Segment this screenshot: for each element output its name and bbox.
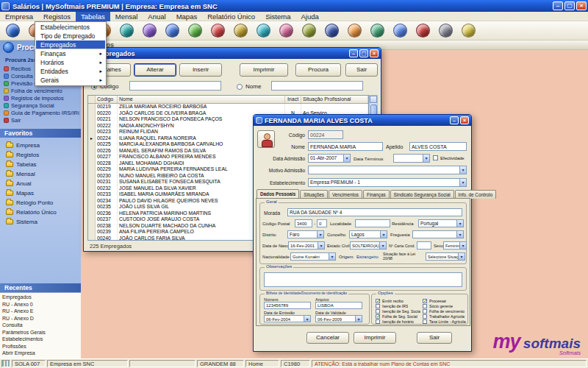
- minimize-button[interactable]: [349, 49, 358, 57]
- nome-filter-input[interactable]: [271, 81, 363, 91]
- imprimir-button[interactable]: Imprimir: [354, 332, 396, 344]
- menu-item[interactable]: Mensal: [110, 12, 143, 21]
- option-checkbox[interactable]: [376, 319, 380, 324]
- data-validade-select[interactable]: 06-Fev-2009: [315, 315, 362, 322]
- table-row[interactable]: 00219 ZELIA MARIANA ROCEIRO BARBOSA: [88, 104, 368, 110]
- menu-item[interactable]: Relatório Único: [202, 12, 260, 21]
- menu-item[interactable]: Empresa: [0, 12, 38, 21]
- close-button[interactable]: [370, 49, 379, 57]
- sair-button[interactable]: Sair: [345, 63, 378, 77]
- option-row[interactable]: Isenção de horário: [376, 319, 421, 324]
- dropdown-menu-item[interactable]: Gerais: [36, 76, 105, 85]
- sistema-icon[interactable]: [439, 24, 453, 38]
- irs-icon[interactable]: [279, 24, 293, 38]
- favoritos-item[interactable]: Empresa: [6, 141, 79, 150]
- seguranca-social-icon[interactable]: [257, 24, 270, 38]
- concelho-select[interactable]: Lagos: [349, 230, 387, 238]
- option-row[interactable]: Folha de vencimento: [423, 308, 467, 314]
- option-checkbox[interactable]: [376, 304, 380, 308]
- sexo-select[interactable]: Feminino: [443, 241, 467, 250]
- procura-button[interactable]: Procura: [295, 63, 341, 77]
- nacionalidade-select[interactable]: Guine Konakri: [290, 252, 336, 261]
- maximize-button[interactable]: [564, 1, 575, 10]
- nome-input[interactable]: [308, 142, 383, 151]
- favoritos-header[interactable]: Favoritos: [0, 129, 81, 138]
- data-nasc-select[interactable]: 16-Fev-2001: [288, 241, 325, 250]
- data-emissao-select[interactable]: 06-Fev-2004: [264, 315, 311, 322]
- ajuda-icon[interactable]: [393, 24, 407, 38]
- sidebar-item[interactable]: Guia de Pagamento IRS/IRC: [4, 109, 79, 116]
- scroll-up-icon[interactable]: [370, 96, 377, 103]
- option-row[interactable]: Isenção de Seg. Social: [376, 308, 421, 314]
- option-checkbox[interactable]: [423, 314, 427, 319]
- consulta-icon[interactable]: [188, 24, 202, 38]
- dropdown-menu-item[interactable]: Empregados: [36, 40, 105, 49]
- residencia-select[interactable]: Portugal: [418, 219, 464, 227]
- dropdown-menu-item[interactable]: Estabelecimentos: [36, 23, 105, 32]
- recentes-item[interactable]: Empregados: [2, 294, 79, 301]
- cancelar-button[interactable]: Cancelar: [306, 332, 349, 344]
- menu-item[interactable]: Mapas: [171, 12, 203, 21]
- nome-radio[interactable]: [237, 84, 243, 90]
- numero-input[interactable]: [264, 302, 311, 309]
- grid-icon[interactable]: [1, 360, 10, 367]
- recentes-header[interactable]: Recentes: [0, 283, 81, 292]
- motivo-admissao-select[interactable]: [308, 166, 467, 174]
- minimize-button[interactable]: [553, 1, 563, 10]
- dropdown-menu-item[interactable]: Entidades: [36, 67, 105, 76]
- recentes-item[interactable]: RU - Anexo E: [2, 308, 79, 315]
- menu-item[interactable]: Sistema: [260, 12, 295, 21]
- favoritos-item[interactable]: Mensal: [6, 169, 79, 179]
- close-button[interactable]: [576, 1, 587, 10]
- option-checkbox[interactable]: [423, 299, 427, 303]
- favoritos-item[interactable]: Sistema: [6, 217, 79, 227]
- recentes-item[interactable]: Abrir Empresa: [2, 350, 79, 357]
- freguesia-select[interactable]: [412, 230, 464, 238]
- recentes-item[interactable]: Consulta: [2, 322, 79, 329]
- minimize-button[interactable]: [450, 116, 459, 124]
- recentes-item[interactable]: RU - Anexo D: [2, 316, 79, 322]
- imprimir-button[interactable]: Imprimir: [240, 63, 288, 77]
- impostos-icon[interactable]: [302, 24, 316, 38]
- codigo-postal-input-1[interactable]: [295, 219, 312, 227]
- favoritos-item[interactable]: Relógio Ponto: [6, 198, 79, 208]
- morada-input[interactable]: [287, 208, 462, 216]
- option-checkbox[interactable]: [376, 299, 380, 303]
- sair-button[interactable]: Sair: [417, 332, 452, 344]
- main-titlebar[interactable]: Salários | MySoftmais PREMIUM | Empresa:…: [0, 0, 588, 12]
- maximize-button[interactable]: [359, 49, 368, 57]
- favoritos-item[interactable]: Relatório Único: [6, 208, 79, 217]
- vencimentos-icon[interactable]: [234, 24, 248, 38]
- inserir-button[interactable]: Inserir: [179, 63, 222, 77]
- option-row[interactable]: Processar: [423, 298, 467, 303]
- arquivo-input[interactable]: [315, 302, 362, 309]
- nome-column-header[interactable]: Nome: [118, 96, 285, 103]
- favoritos-item[interactable]: Tabelas: [6, 160, 79, 169]
- codigo-postal-input-2[interactable]: [317, 219, 327, 227]
- option-checkbox[interactable]: [423, 319, 427, 324]
- favoritos-item[interactable]: Registos: [6, 150, 79, 160]
- situacao-column-header[interactable]: Situação Profissional: [301, 96, 368, 103]
- observacoes-textarea[interactable]: [264, 272, 462, 287]
- estado-civil-select[interactable]: SOLTEIRO(A): [350, 241, 387, 250]
- data-admissao-select[interactable]: 01-Abr-2007: [308, 154, 351, 163]
- mapas-icon[interactable]: [143, 24, 157, 38]
- efectividade-option[interactable]: Efectividade: [433, 155, 465, 160]
- option-row[interactable]: Trabalhador Agrícola: [423, 314, 467, 319]
- option-row[interactable]: Isenção de IRS: [376, 303, 421, 308]
- data-terminus-select[interactable]: [393, 154, 430, 163]
- option-row[interactable]: Emitir recibo: [376, 298, 421, 303]
- favoritos-item[interactable]: Anual: [6, 179, 79, 188]
- codigo-column-header[interactable]: Código: [96, 96, 118, 103]
- sidebar-item[interactable]: Registos de impostos: [4, 94, 79, 102]
- option-checkbox[interactable]: [423, 309, 427, 314]
- recentes-item[interactable]: Estabelecimentos: [2, 336, 79, 343]
- option-row[interactable]: Folha de Seg. Social: [376, 314, 421, 319]
- sidebar-item[interactable]: Sair: [4, 116, 79, 124]
- apelido-input[interactable]: [409, 142, 467, 151]
- close-button[interactable]: [460, 116, 469, 124]
- relogio-ponto-icon[interactable]: [370, 24, 384, 38]
- recentes-item[interactable]: Profissões: [2, 344, 79, 350]
- favoritos-item[interactable]: Mapas: [6, 188, 79, 198]
- codigo-filter-input[interactable]: [129, 81, 221, 91]
